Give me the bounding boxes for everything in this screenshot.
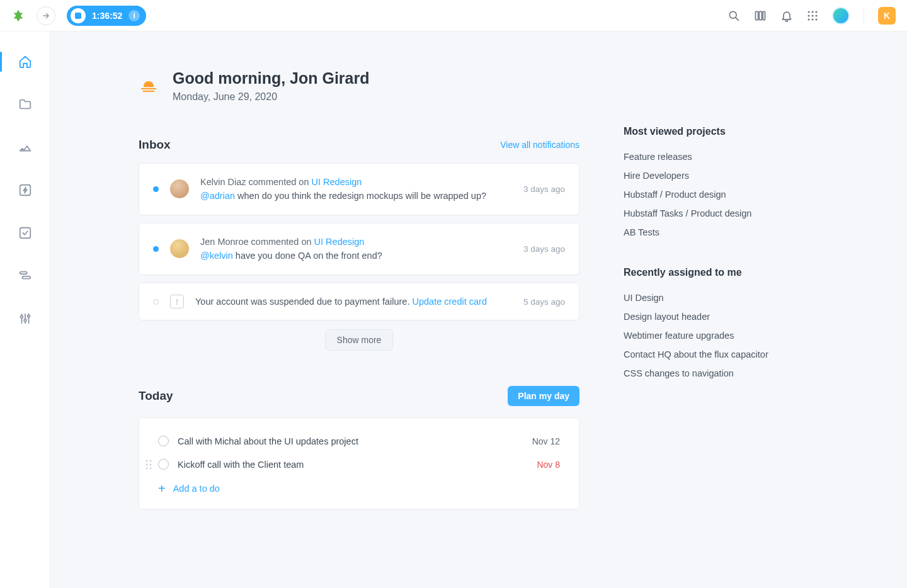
todo-item[interactable]: Call with Michal about the UI updates pr… [158, 429, 560, 453]
svg-point-28 [150, 463, 152, 465]
unread-indicator [153, 246, 159, 252]
bell-icon[interactable] [780, 9, 793, 22]
sidebar-item-tasks[interactable] [13, 220, 38, 246]
system-message: Your account was suspended due to paymen… [195, 297, 412, 307]
svg-point-5 [808, 11, 810, 13]
message-body: when do you think the redesign mockups w… [235, 191, 486, 201]
svg-point-29 [146, 467, 148, 469]
todo-checkbox[interactable] [158, 436, 169, 446]
inbox-item-time: 3 days ago [523, 184, 565, 194]
inbox-item-time: 5 days ago [523, 297, 565, 307]
forward-button[interactable] [37, 6, 55, 25]
action-text: commented on [246, 177, 312, 187]
view-all-notifications-link[interactable]: View all notifications [500, 140, 579, 150]
sidebar-item-home[interactable] [13, 49, 38, 74]
svg-rect-16 [20, 272, 26, 274]
svg-rect-4 [763, 11, 765, 20]
search-icon[interactable] [727, 9, 740, 22]
svg-point-13 [816, 18, 818, 20]
inbox-item-body: Jen Monroe commented on UI Redesign @kel… [200, 235, 512, 263]
read-indicator [153, 299, 159, 305]
topbar-right: K [727, 7, 896, 25]
project-link[interactable]: Hubstaff / Product design [624, 185, 787, 204]
panels-icon[interactable] [754, 9, 767, 22]
add-todo-button[interactable]: + Add a to do [158, 476, 560, 497]
apps-grid-icon[interactable] [807, 10, 818, 21]
app-logo-icon[interactable] [11, 9, 25, 23]
todo-item[interactable]: Kickoff call with the Client team Nov 8 [158, 453, 560, 476]
divider [864, 8, 864, 24]
show-more-wrap: Show more [139, 329, 579, 351]
sidebar-item-roadmap[interactable] [13, 263, 38, 288]
project-link[interactable]: Hubstaff Tasks / Product design [624, 204, 787, 223]
task-link[interactable]: Design layout header [624, 307, 787, 326]
svg-point-7 [816, 11, 818, 13]
author-name: Jen Monroe [200, 237, 249, 247]
sidebar-item-settings[interactable] [13, 306, 38, 331]
author-name: Kelvin Diaz [200, 177, 246, 187]
inbox-item[interactable]: Kelvin Diaz commented on UI Redesign @ad… [139, 163, 579, 215]
plus-icon: + [158, 482, 166, 495]
context-link[interactable]: UI Redesign [312, 177, 362, 187]
svg-rect-3 [759, 11, 762, 20]
sidebar-item-folder[interactable] [13, 92, 38, 117]
timer-value: 1:36:52 [92, 11, 122, 21]
project-link[interactable]: Hire Developers [624, 166, 787, 185]
timer-pill[interactable]: 1:36:52 i [67, 6, 146, 26]
task-link[interactable]: Contact HQ about the flux capacitor [624, 345, 787, 364]
svg-point-30 [150, 467, 152, 469]
show-more-button[interactable]: Show more [325, 329, 394, 351]
svg-point-0 [729, 11, 736, 18]
context-link[interactable]: UI Redesign [314, 237, 365, 247]
task-link[interactable]: CSS changes to navigation [624, 364, 787, 383]
todo-text: Kickoff call with the Client team [178, 460, 528, 470]
inbox-item[interactable]: ! Your account was suspended due to paym… [139, 283, 579, 320]
task-link[interactable]: UI Design [624, 288, 787, 307]
svg-line-1 [736, 18, 738, 20]
topbar: 1:36:52 i K [0, 0, 907, 31]
svg-rect-15 [20, 228, 30, 239]
greeting-title: Good morning, Jon Girard [173, 69, 370, 88]
sidebar-item-sprint[interactable] [13, 135, 38, 160]
svg-point-19 [24, 319, 26, 322]
svg-point-18 [20, 315, 23, 318]
greeting-text: Good morning, Jon Girard Monday, June 29… [173, 69, 370, 103]
greeting-date: Monday, June 29, 2020 [173, 91, 370, 103]
task-link[interactable]: Webtimer feature upgrades [624, 326, 787, 345]
message-body: have you done QA on the front end? [233, 251, 382, 261]
plan-my-day-button[interactable]: Plan my day [508, 386, 579, 406]
todo-text: Call with Michal about the UI updates pr… [178, 436, 523, 446]
alert-icon: ! [170, 295, 184, 308]
inbox-item[interactable]: Jen Monroe commented on UI Redesign @kel… [139, 223, 579, 275]
inbox-item-body: Your account was suspended due to paymen… [195, 295, 512, 308]
inbox-item-body: Kelvin Diaz commented on UI Redesign @ad… [200, 175, 512, 203]
sunrise-icon [139, 76, 159, 96]
user-avatar[interactable] [832, 7, 850, 25]
org-initial: K [884, 11, 890, 21]
today-card: Call with Michal about the UI updates pr… [139, 417, 579, 509]
svg-rect-17 [22, 276, 30, 279]
project-link[interactable]: Feature releases [624, 147, 787, 166]
svg-point-27 [146, 463, 148, 465]
recently-assigned-list: UI Design Design layout header Webtimer … [624, 288, 787, 383]
mention[interactable]: @kelvin [200, 251, 233, 261]
sidebar [0, 31, 50, 588]
sidebar-item-automation[interactable] [13, 178, 38, 203]
inbox-title: Inbox [139, 138, 171, 152]
main: Good morning, Jon Girard Monday, June 29… [50, 31, 907, 588]
timer-info-icon[interactable]: i [128, 10, 140, 21]
update-credit-card-link[interactable]: Update credit card [412, 297, 486, 307]
svg-rect-2 [756, 11, 758, 20]
add-todo-label: Add a to do [173, 483, 220, 494]
mention[interactable]: @adrian [200, 191, 235, 201]
drag-handle-icon[interactable] [145, 460, 152, 470]
todo-date: Nov 12 [532, 436, 560, 446]
project-link[interactable]: AB Tests [624, 223, 787, 242]
content-wrap: Good morning, Jon Girard Monday, June 29… [50, 31, 907, 534]
timer-stop-icon[interactable] [71, 8, 86, 23]
svg-point-26 [150, 460, 152, 461]
svg-point-20 [27, 315, 30, 318]
todo-checkbox[interactable] [158, 459, 169, 470]
org-badge[interactable]: K [878, 7, 896, 25]
most-viewed-list: Feature releases Hire Developers Hubstaf… [624, 147, 787, 242]
